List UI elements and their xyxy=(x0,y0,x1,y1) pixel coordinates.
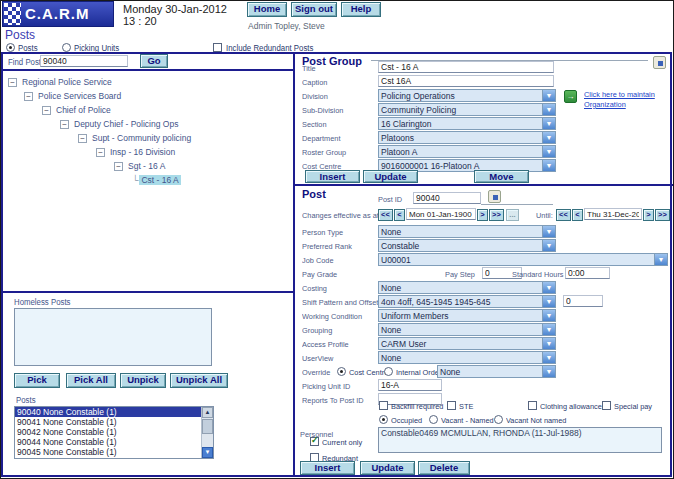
date-prev-fast-button[interactable]: << xyxy=(378,209,393,221)
effective-from-input[interactable] xyxy=(406,208,476,220)
tree-node-label[interactable]: Cst - 16 A xyxy=(139,175,180,185)
tree-collapse-icon[interactable]: − xyxy=(78,134,87,143)
scroll-up-icon[interactable]: ▲ xyxy=(202,407,213,418)
until-prev-fast-button[interactable]: << xyxy=(556,209,571,221)
post-update-button[interactable]: Update xyxy=(360,461,415,475)
override-cost-centre-radio[interactable] xyxy=(337,367,346,376)
shift-offset-input[interactable] xyxy=(563,295,603,307)
posts-list-item[interactable]: 90045 None Constable (1) xyxy=(15,447,201,457)
post-insert-button[interactable]: Insert xyxy=(300,461,355,475)
chevron-down-icon[interactable]: ▼ xyxy=(542,104,555,115)
vacant-named-radio[interactable] xyxy=(429,415,438,424)
occupied-radio[interactable] xyxy=(379,415,388,424)
access-profile-select[interactable]: CARM User ▼ xyxy=(378,337,556,350)
personnel-list-item[interactable]: Constable0469 MCMULLAN, RHONDA (11-Jul-1… xyxy=(379,428,661,438)
grouping-select[interactable]: None ▼ xyxy=(378,323,556,336)
working-condition-select[interactable]: Uniform Members ▼ xyxy=(378,309,556,322)
posts-list-item[interactable]: 90041 None Constable (1) xyxy=(15,417,201,427)
sign-out-button[interactable]: Sign out xyxy=(291,2,337,17)
chevron-down-icon[interactable]: ▼ xyxy=(542,338,555,349)
scrollbar-thumb[interactable] xyxy=(202,419,213,434)
chevron-down-icon[interactable]: ▼ xyxy=(542,118,555,129)
chevron-down-icon[interactable]: ▼ xyxy=(542,240,555,251)
post-group-insert-button[interactable]: Insert xyxy=(305,170,360,183)
ste-checkbox[interactable] xyxy=(447,401,456,410)
tree-node[interactable]: − Regional Police Service xyxy=(6,75,291,89)
chevron-down-icon[interactable]: ▼ xyxy=(542,132,555,143)
post-group-update-button[interactable]: Update xyxy=(363,170,418,183)
current-only-checkbox[interactable] xyxy=(310,437,319,446)
sub-division-select[interactable]: Community Policing ▼ xyxy=(378,103,556,116)
chevron-down-icon[interactable]: ▼ xyxy=(542,160,555,171)
tree-node[interactable]: − Chief of Police xyxy=(6,103,291,117)
save-icon[interactable] xyxy=(488,190,501,203)
picking-unit-id-input[interactable] xyxy=(378,379,442,391)
until-prev-button[interactable]: < xyxy=(572,209,583,221)
chevron-down-icon[interactable]: ▼ xyxy=(542,296,555,307)
tree-node-label[interactable]: Deputy Chief - Policing Ops xyxy=(72,119,180,129)
unpick-button[interactable]: Unpick xyxy=(120,373,166,388)
maintain-organization-link[interactable]: Click here to maintain Organization xyxy=(584,90,661,110)
tree-node[interactable]: − Insp - 16 Division xyxy=(6,145,291,159)
tree-collapse-icon[interactable]: − xyxy=(96,148,105,157)
preferred-rank-select[interactable]: Constable ▼ xyxy=(378,239,556,252)
vacant-not-named-radio[interactable] xyxy=(494,415,503,424)
tree-node-label[interactable]: Supt - Community policing xyxy=(90,133,193,143)
until-next-fast-button[interactable]: >> xyxy=(655,209,670,221)
chevron-down-icon[interactable]: ▼ xyxy=(542,282,555,293)
chevron-down-icon[interactable]: ▼ xyxy=(542,146,555,157)
picking-units-radio[interactable] xyxy=(62,43,71,52)
tree-node-label[interactable]: Regional Police Service xyxy=(20,77,114,87)
posts-list-item[interactable]: 90040 None Constable (1) xyxy=(15,407,201,417)
scrollbar[interactable]: ▲ ▼ xyxy=(201,407,213,458)
chevron-down-icon[interactable]: ▼ xyxy=(542,310,555,321)
tree-node[interactable]: └ Cst - 16 A xyxy=(6,173,291,187)
scroll-down-icon[interactable]: ▼ xyxy=(202,447,213,458)
clothing-allowance-checkbox[interactable] xyxy=(528,401,537,410)
shift-pattern-select[interactable]: 4on 4off, 645-1945 1945-645 ▼ xyxy=(378,295,556,308)
tree-node[interactable]: − Deputy Chief - Policing Ops xyxy=(6,117,291,131)
chevron-down-icon[interactable]: ▼ xyxy=(542,366,555,377)
date-next-fast-button[interactable]: >> xyxy=(489,209,504,221)
date-picker-button[interactable]: ... xyxy=(506,209,519,221)
save-icon[interactable] xyxy=(653,56,666,69)
pick-button[interactable]: Pick xyxy=(14,373,60,388)
standard-hours-input[interactable] xyxy=(565,267,610,279)
tree-collapse-icon[interactable]: − xyxy=(24,92,33,101)
tree-collapse-icon[interactable]: − xyxy=(114,162,123,171)
find-post-input[interactable] xyxy=(40,55,128,67)
user-view-select[interactable]: None ▼ xyxy=(378,351,556,364)
maintain-organization-icon[interactable]: → xyxy=(564,90,577,103)
homeless-posts-listbox[interactable] xyxy=(14,308,212,366)
costing-select[interactable]: None ▼ xyxy=(378,281,556,294)
tree-node[interactable]: − Police Services Board xyxy=(6,89,291,103)
posts-list-item[interactable]: 90044 None Constable (1) xyxy=(15,437,201,447)
tree-collapse-icon[interactable]: − xyxy=(60,120,69,129)
chevron-down-icon[interactable]: ▼ xyxy=(654,254,667,265)
tree-node-label[interactable]: Insp - 16 Division xyxy=(108,147,177,157)
tree-node[interactable]: − Sgt - 16 A xyxy=(6,159,291,173)
posts-listbox[interactable]: 90040 None Constable (1) 90041 None Cons… xyxy=(14,406,214,459)
unpick-all-button[interactable]: Unpick All xyxy=(170,373,228,388)
job-code-select[interactable]: U00001 ▼ xyxy=(378,253,668,266)
special-pay-checkbox[interactable] xyxy=(602,401,611,410)
caption-input[interactable] xyxy=(378,75,554,87)
tree-node-label[interactable]: Sgt - 16 A xyxy=(126,161,167,171)
tree-node-label[interactable]: Police Services Board xyxy=(36,91,123,101)
section-select[interactable]: 16 Clarington ▼ xyxy=(378,117,556,130)
tree-collapse-icon[interactable]: − xyxy=(8,78,17,87)
tree-node-label[interactable]: Chief of Police xyxy=(54,105,113,115)
home-button[interactable]: Home xyxy=(247,2,287,17)
until-next-button[interactable]: > xyxy=(643,209,654,221)
tree-node[interactable]: − Supt - Community policing xyxy=(6,131,291,145)
division-select[interactable]: Policing Operations ▼ xyxy=(378,89,556,102)
date-next-button[interactable]: > xyxy=(477,209,488,221)
post-id-input[interactable] xyxy=(413,192,481,204)
tree-collapse-icon[interactable]: − xyxy=(42,106,51,115)
date-prev-button[interactable]: < xyxy=(394,209,405,221)
pick-all-button[interactable]: Pick All xyxy=(66,373,116,388)
chevron-down-icon[interactable]: ▼ xyxy=(542,352,555,363)
go-button[interactable]: Go xyxy=(140,54,168,68)
help-button[interactable]: Help xyxy=(341,2,381,17)
person-type-select[interactable]: None ▼ xyxy=(378,225,556,238)
